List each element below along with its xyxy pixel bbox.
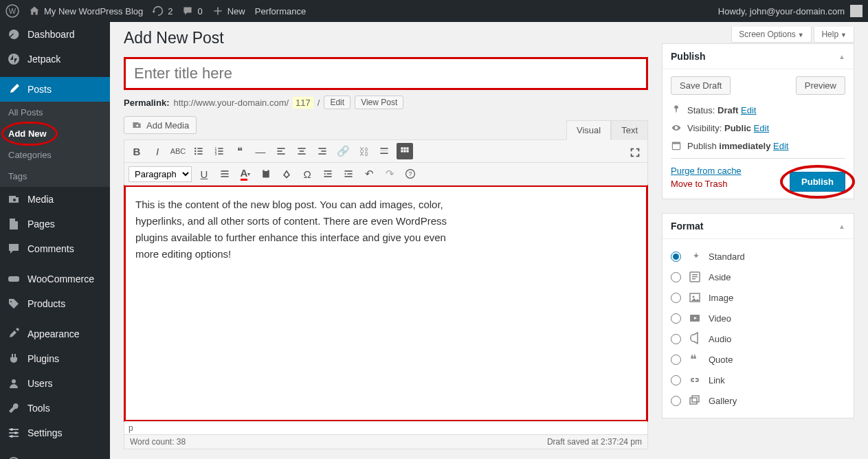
sidebar-dashboard[interactable]: Dashboard	[0, 22, 110, 47]
permalink-edit-button[interactable]: Edit	[324, 96, 350, 109]
toggle-icon[interactable]: ▲	[838, 223, 845, 230]
purge-cache-link[interactable]: Purge from cache	[671, 166, 742, 176]
undo-icon[interactable]: ↶	[361, 166, 377, 182]
permalink-slug: 117	[293, 97, 313, 109]
editor-tab-visual[interactable]: Visual	[566, 120, 611, 140]
format-radio[interactable]	[671, 293, 681, 303]
format-option-standard[interactable]: Standard	[671, 246, 845, 267]
svg-rect-34	[380, 150, 388, 151]
edit-schedule-link[interactable]: Edit	[773, 141, 788, 151]
svg-rect-56	[672, 142, 680, 144]
align-center-icon[interactable]	[293, 143, 310, 159]
clear-format-icon[interactable]	[278, 166, 295, 182]
quote-icon[interactable]: ❝	[232, 143, 248, 159]
special-char-icon[interactable]: Ω	[299, 166, 315, 182]
paste-text-icon[interactable]	[258, 166, 274, 182]
publish-button[interactable]: Publish	[790, 172, 845, 192]
format-radio[interactable]	[671, 313, 681, 324]
site-name-link[interactable]: My New WordPress Blog	[29, 5, 143, 16]
edit-visibility-link[interactable]: Edit	[754, 123, 769, 133]
sidebar-tools[interactable]: Tools	[0, 396, 110, 421]
image-icon	[688, 291, 702, 304]
sidebar-performance[interactable]: Performance	[0, 451, 110, 459]
align-right-icon[interactable]	[314, 143, 331, 159]
svg-text:W: W	[9, 7, 16, 15]
ul-icon[interactable]	[190, 143, 207, 159]
help-icon[interactable]: ?	[402, 166, 419, 182]
sidebar-comments[interactable]: Comments	[0, 236, 110, 261]
justify-icon[interactable]	[216, 166, 233, 182]
format-radio[interactable]	[671, 272, 681, 282]
draft-saved: Draft saved at 2:37:24 pm	[547, 437, 642, 447]
post-title-input[interactable]	[124, 57, 648, 90]
wp-logo-icon[interactable]: W	[5, 4, 19, 18]
screen-options-tab[interactable]: Screen Options▼	[731, 27, 812, 43]
performance-link[interactable]: Performance	[255, 6, 306, 16]
sidebar-users[interactable]: Users	[0, 371, 110, 396]
format-title: Format	[671, 221, 703, 232]
svg-rect-15	[197, 150, 202, 152]
textcolor-icon[interactable]: A▾	[237, 166, 254, 182]
format-radio[interactable]	[671, 396, 681, 406]
format-option-gallery[interactable]: Gallery	[671, 390, 845, 411]
comments-link[interactable]: 0	[182, 5, 202, 16]
format-option-quote[interactable]: ❝Quote	[671, 349, 845, 370]
sidebar-jetpack[interactable]: Jetpack	[0, 47, 110, 71]
format-radio[interactable]	[671, 355, 681, 365]
edit-status-link[interactable]: Edit	[741, 105, 756, 115]
save-draft-button[interactable]: Save Draft	[671, 76, 731, 95]
format-option-image[interactable]: Image	[671, 287, 845, 308]
sidebar-all-posts[interactable]: All Posts	[0, 102, 110, 123]
link-icon[interactable]: 🔗	[335, 143, 351, 159]
fullscreen-icon[interactable]	[627, 144, 643, 161]
preview-button[interactable]: Preview	[796, 76, 845, 95]
format-radio[interactable]	[671, 334, 681, 344]
indent-icon[interactable]	[340, 166, 357, 182]
svg-rect-42	[221, 170, 228, 172]
unlink-icon[interactable]: ⛓	[355, 143, 372, 159]
format-option-audio[interactable]: Audio	[671, 328, 845, 349]
format-option-video[interactable]: Video	[671, 308, 845, 328]
svg-rect-29	[298, 153, 305, 155]
sidebar-settings[interactable]: Settings	[0, 421, 110, 445]
sidebar-appearance[interactable]: Appearance	[0, 322, 110, 346]
move-to-trash-link[interactable]: Move to Trash	[671, 179, 742, 189]
sidebar-media[interactable]: Media	[0, 187, 110, 212]
italic-icon[interactable]: I	[149, 143, 166, 159]
sidebar-posts[interactable]: Posts	[0, 77, 110, 102]
format-radio[interactable]	[671, 251, 681, 262]
view-post-button[interactable]: View Post	[355, 96, 403, 109]
svg-rect-24	[277, 148, 285, 149]
bold-icon[interactable]: B	[129, 143, 145, 159]
more-icon[interactable]	[376, 143, 392, 159]
sidebar-products[interactable]: Products	[0, 291, 110, 316]
redo-icon[interactable]: ↷	[381, 166, 398, 182]
toolbar-toggle-icon[interactable]	[397, 143, 413, 159]
ol-icon[interactable]: 123	[211, 143, 227, 159]
outdent-icon[interactable]	[320, 166, 336, 182]
format-select[interactable]: Paragraph	[129, 166, 192, 182]
underline-icon[interactable]: U	[196, 166, 212, 182]
align-left-icon[interactable]	[273, 143, 289, 159]
hr-icon[interactable]: —	[252, 143, 269, 159]
post-content-editor[interactable]: This is the content of the new blog post…	[124, 185, 648, 422]
add-media-button[interactable]: Add Media	[124, 116, 197, 134]
new-link[interactable]: New	[212, 5, 245, 16]
help-tab[interactable]: Help▼	[814, 27, 854, 43]
sidebar-tags[interactable]: Tags	[0, 166, 110, 187]
updates-link[interactable]: 2	[153, 5, 173, 16]
editor-tab-text[interactable]: Text	[611, 120, 648, 140]
sidebar-plugins[interactable]: Plugins	[0, 346, 110, 371]
format-radio[interactable]	[671, 375, 681, 385]
format-option-link[interactable]: Link	[671, 370, 845, 390]
toggle-icon[interactable]: ▲	[838, 53, 845, 60]
sidebar-pages[interactable]: Pages	[0, 212, 110, 236]
pin-icon	[671, 104, 682, 115]
format-option-aside[interactable]: Aside	[671, 267, 845, 287]
howdy-text[interactable]: Howdy, john@your-domain.com	[718, 6, 845, 16]
strike-icon[interactable]: ABC	[170, 143, 186, 159]
avatar[interactable]	[850, 5, 863, 17]
sidebar-add-new[interactable]: Add New	[0, 123, 110, 144]
sidebar-categories[interactable]: Categories	[0, 144, 110, 166]
sidebar-woocommerce[interactable]: WooCommerce	[0, 267, 110, 291]
